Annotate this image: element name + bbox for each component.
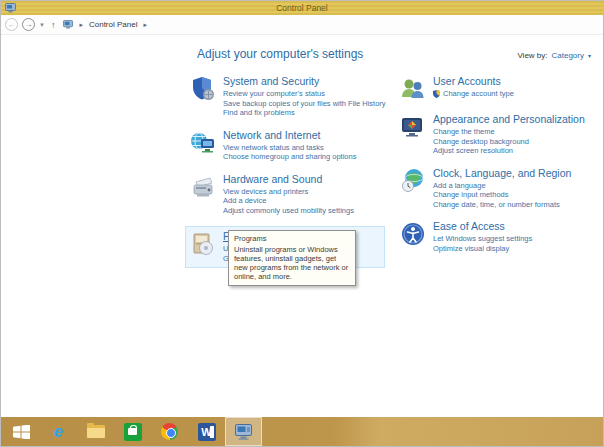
link-appearance-personalization[interactable]: Appearance and Personalization: [433, 113, 585, 125]
right-column: User Accounts Change account type: [400, 75, 600, 264]
breadcrumb-separator[interactable]: ▸: [143, 21, 147, 29]
link-system-and-security[interactable]: System and Security: [223, 75, 386, 87]
link-change-input-methods[interactable]: Change input methods: [433, 190, 571, 200]
user-accounts-icon[interactable]: [400, 76, 426, 102]
chevron-down-icon[interactable]: ▾: [588, 52, 591, 59]
clock-language-region-icon[interactable]: [400, 168, 426, 194]
title-bar: Control Panel: [1, 1, 603, 15]
start-button[interactable]: [3, 417, 40, 446]
chrome-button[interactable]: [151, 417, 188, 446]
forward-icon[interactable]: →: [22, 18, 35, 31]
breadcrumb[interactable]: Control Panel: [89, 20, 137, 29]
link-find-fix-problems[interactable]: Find and fix problems: [223, 108, 386, 118]
link-adjust-screen-resolution[interactable]: Adjust screen resolution: [433, 146, 585, 156]
category-ease-of-access: Ease of Access Let Windows suggest setti…: [400, 220, 600, 253]
control-panel-app-icon: [235, 424, 253, 440]
category-network-and-internet: Network and Internet View network status…: [190, 129, 396, 162]
link-change-account-type[interactable]: Change account type: [433, 89, 514, 99]
taskbar: e W: [1, 417, 603, 446]
category-appearance-personalization: Appearance and Personalization Change th…: [400, 113, 600, 156]
link-devices-printers[interactable]: View devices and printers: [223, 187, 354, 197]
breadcrumb-separator: ▸: [79, 21, 83, 29]
windows-logo-icon: [13, 425, 30, 439]
link-change-desktop-background[interactable]: Change desktop background: [433, 137, 585, 147]
link-network-status[interactable]: View network status and tasks: [223, 143, 356, 153]
system-security-icon[interactable]: [190, 76, 216, 102]
view-by-control: View by: Category ▾: [517, 51, 591, 60]
back-icon[interactable]: ←: [5, 18, 18, 31]
word-button[interactable]: W: [188, 417, 225, 446]
link-change-theme[interactable]: Change the theme: [433, 127, 585, 137]
ease-of-access-icon[interactable]: [400, 221, 426, 247]
category-system-and-security: System and Security Review your computer…: [190, 75, 396, 118]
page-title: Adjust your computer's settings: [197, 47, 363, 61]
recent-pages-dropdown-icon[interactable]: ▼: [39, 22, 45, 28]
link-clock-language-region[interactable]: Clock, Language, and Region: [433, 167, 571, 179]
control-panel-home: Adjust your computer's settings View by:…: [1, 35, 603, 419]
link-user-accounts[interactable]: User Accounts: [433, 75, 514, 87]
programs-icon[interactable]: [190, 231, 216, 257]
windows-store-button[interactable]: [114, 417, 151, 446]
link-homegroup-sharing[interactable]: Choose homegroup and sharing options: [223, 152, 356, 162]
network-internet-icon[interactable]: [190, 130, 216, 156]
folder-icon: [87, 425, 105, 438]
view-by-label: View by:: [517, 51, 547, 60]
link-mobility-settings[interactable]: Adjust commonly used mobility settings: [223, 206, 354, 216]
control-panel-window-icon: [5, 3, 16, 13]
control-panel-taskbar-button[interactable]: [225, 417, 262, 446]
screen: Control Panel ← → ▼ ↑ ▸ Control Panel ▸ …: [0, 0, 604, 447]
link-optimize-visual-display[interactable]: Optimize visual display: [433, 244, 532, 254]
link-review-computer-status[interactable]: Review your computer's status: [223, 89, 386, 99]
hardware-sound-icon[interactable]: [190, 174, 216, 200]
link-add-device[interactable]: Add a device: [223, 196, 354, 206]
link-network-and-internet[interactable]: Network and Internet: [223, 129, 356, 141]
link-ease-of-access[interactable]: Ease of Access: [433, 220, 532, 232]
appearance-personalization-icon[interactable]: [400, 114, 426, 140]
link-windows-suggest-settings[interactable]: Let Windows suggest settings: [433, 234, 532, 244]
breadcrumb-location-icon: [63, 20, 73, 29]
link-date-time-formats[interactable]: Change date, time, or number formats: [433, 200, 571, 210]
link-hardware-and-sound[interactable]: Hardware and Sound: [223, 173, 354, 185]
store-icon: [124, 423, 142, 441]
category-hardware-and-sound: Hardware and Sound View devices and prin…: [190, 173, 396, 216]
word-icon: W: [198, 423, 216, 441]
internet-explorer-button[interactable]: e: [40, 417, 77, 446]
link-file-history-backup[interactable]: Save backup copies of your files with Fi…: [223, 99, 386, 109]
category-clock-language-region: Clock, Language, and Region Add a langua…: [400, 167, 600, 210]
up-icon[interactable]: ↑: [51, 20, 56, 30]
chrome-icon: [161, 423, 178, 440]
window-title: Control Panel: [1, 3, 603, 13]
uac-shield-icon: [433, 90, 440, 98]
link-change-account-type-label: Change account type: [443, 89, 514, 99]
programs-tooltip: Programs Uninstall programs or Windows f…: [228, 230, 356, 286]
file-explorer-button[interactable]: [77, 417, 114, 446]
internet-explorer-icon: e: [54, 423, 63, 440]
link-add-language[interactable]: Add a language: [433, 181, 571, 191]
tooltip-title: Programs: [234, 234, 350, 243]
view-by-dropdown[interactable]: Category: [552, 51, 584, 60]
tooltip-body: Uninstall programs or Windows features, …: [234, 245, 350, 281]
category-user-accounts: User Accounts Change account type: [400, 75, 600, 102]
address-bar: ← → ▼ ↑ ▸ Control Panel ▸: [1, 15, 603, 35]
